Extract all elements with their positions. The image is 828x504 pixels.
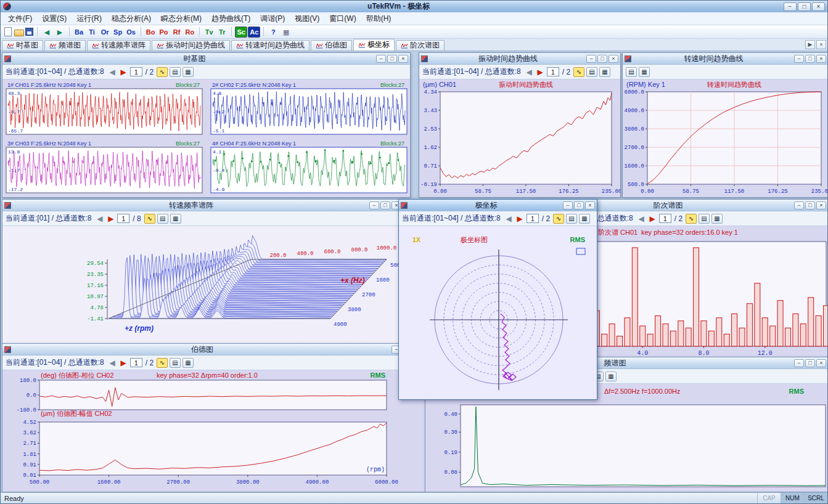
print-button[interactable]: ▤ bbox=[170, 358, 181, 368]
prev-page-button[interactable]: ◀ bbox=[637, 214, 646, 223]
tab-7[interactable]: 阶次谱图 bbox=[396, 40, 445, 51]
page-number-box[interactable]: 1 bbox=[117, 214, 129, 223]
next-page-button[interactable]: ▶ bbox=[648, 214, 657, 223]
next-page-button[interactable]: ▶ bbox=[515, 214, 525, 223]
prev-page-button[interactable]: ◀ bbox=[95, 214, 104, 223]
toolbar-button-Ba[interactable]: Ba bbox=[73, 26, 85, 38]
minimize-button[interactable]: − bbox=[784, 2, 797, 11]
minimize-button[interactable]: − bbox=[794, 201, 804, 209]
toolbar-button-Ac[interactable]: Ac bbox=[248, 26, 260, 38]
print-button[interactable]: ▤ bbox=[699, 214, 710, 224]
export-button[interactable]: ▦ bbox=[579, 214, 590, 224]
window-bode[interactable]: 伯德图−□× 当前通道:[01~04] / 总通道数:8◀▶1/ 2∿▤▦ (d… bbox=[2, 343, 426, 492]
timebase-titlebar[interactable]: 时基图−□× bbox=[2, 53, 410, 65]
next-page-button[interactable]: ▶ bbox=[536, 68, 545, 76]
toolbar-button-Tr[interactable]: Tr bbox=[216, 26, 228, 38]
waveform-toggle-button[interactable]: ∿ bbox=[157, 67, 168, 77]
minimize-button[interactable]: − bbox=[794, 55, 804, 63]
waveform-toggle-button[interactable]: ∿ bbox=[157, 358, 168, 368]
menu-item-3[interactable]: 稳态分析(A) bbox=[107, 12, 156, 25]
page-number-box[interactable]: 1 bbox=[130, 358, 142, 367]
maximize-button[interactable]: □ bbox=[380, 201, 390, 209]
maximize-button[interactable]: □ bbox=[805, 55, 815, 63]
polar-titlebar[interactable]: 极坐标−□× bbox=[399, 200, 597, 211]
toolbar-button-Sc[interactable]: Sc bbox=[235, 26, 247, 38]
waterfall-titlebar[interactable]: 转速频率谱阵−□× bbox=[2, 200, 403, 211]
menu-item-4[interactable]: 瞬态分析(M) bbox=[156, 12, 207, 25]
rpm-titlebar[interactable]: 转速时间趋势曲线−□× bbox=[623, 53, 828, 65]
tab-4[interactable]: 转速时间趋势曲线 bbox=[231, 40, 309, 51]
save-file-icon[interactable] bbox=[25, 28, 33, 36]
prev-page-button[interactable]: ◀ bbox=[108, 68, 117, 76]
waveform-toggle-button[interactable]: ∿ bbox=[553, 214, 564, 224]
close-button[interactable]: × bbox=[816, 55, 826, 63]
minimize-button[interactable]: − bbox=[586, 55, 596, 63]
maximize-button[interactable]: □ bbox=[387, 55, 397, 63]
waveform-toggle-button[interactable]: ∿ bbox=[573, 67, 584, 77]
menu-item-9[interactable]: 帮助(H) bbox=[361, 12, 396, 25]
export-button[interactable]: ▦ bbox=[605, 372, 617, 381]
menu-item-8[interactable]: 窗口(W) bbox=[324, 12, 361, 25]
minimize-button[interactable]: − bbox=[794, 359, 804, 367]
maximize-button[interactable]: □ bbox=[798, 2, 811, 11]
tab-5[interactable]: 伯德图 bbox=[311, 40, 352, 51]
minimize-button[interactable]: − bbox=[369, 201, 379, 209]
export-button[interactable]: ▦ bbox=[599, 67, 610, 77]
close-button[interactable]: × bbox=[812, 2, 825, 11]
export-button[interactable]: ▦ bbox=[182, 358, 194, 368]
close-button[interactable]: × bbox=[398, 55, 408, 63]
toolbar-button-Ti[interactable]: Ti bbox=[86, 26, 98, 38]
print-button[interactable]: ▤ bbox=[566, 214, 577, 224]
export-button[interactable]: ▦ bbox=[711, 214, 723, 224]
page-number-box[interactable]: 1 bbox=[130, 67, 142, 76]
maximize-button[interactable]: □ bbox=[805, 359, 815, 367]
next-page-button[interactable]: ▶ bbox=[119, 359, 128, 367]
toolbar-button-?[interactable]: ? bbox=[267, 26, 279, 38]
bode-titlebar[interactable]: 伯德图−□× bbox=[2, 344, 425, 356]
next-page-button[interactable]: ▶ bbox=[106, 214, 115, 223]
export-button[interactable]: ▦ bbox=[182, 67, 194, 77]
minimize-button[interactable]: − bbox=[563, 201, 573, 209]
tab-scroll-right[interactable]: ▶ bbox=[805, 40, 815, 49]
waveform-toggle-button[interactable]: ∿ bbox=[144, 214, 155, 224]
maximize-button[interactable]: □ bbox=[574, 201, 584, 209]
window-waterfall[interactable]: 转速频率谱阵−□× 当前通道:[01] / 总通道数:8◀▶1/ 8∿▤▦ 29… bbox=[2, 199, 404, 346]
toolbar-button-▦[interactable]: ▦ bbox=[280, 26, 292, 38]
prev-page-button[interactable]: ◀ bbox=[525, 68, 534, 76]
maximize-button[interactable]: □ bbox=[597, 55, 607, 63]
print-button[interactable]: ▤ bbox=[586, 67, 597, 77]
window-timebase[interactable]: 时基图−□× 当前通道:[01~04] / 总通道数:8◀▶1/ 2∿▤▦ 1#… bbox=[2, 52, 411, 198]
tab-close[interactable]: × bbox=[816, 40, 826, 49]
toolbar-button-Po[interactable]: Po bbox=[157, 26, 170, 38]
menu-item-5[interactable]: 趋势曲线(T) bbox=[207, 12, 255, 25]
tab-6[interactable]: 极坐标 bbox=[353, 39, 395, 51]
waveform-toggle-button[interactable]: ∿ bbox=[686, 214, 697, 224]
toolbar-button-Bo[interactable]: Bo bbox=[144, 26, 157, 38]
menu-item-0[interactable]: 文件(F) bbox=[3, 12, 37, 25]
close-button[interactable]: × bbox=[816, 201, 826, 209]
page-number-box[interactable]: 1 bbox=[527, 214, 539, 223]
toolbar-button-◀[interactable]: ◀ bbox=[41, 26, 53, 38]
export-button[interactable]: ▦ bbox=[639, 67, 650, 77]
toolbar-button-Os[interactable]: Os bbox=[125, 26, 137, 38]
next-page-button[interactable]: ▶ bbox=[119, 68, 128, 76]
vib-titlebar[interactable]: 振动时间趋势曲线−□× bbox=[419, 53, 620, 65]
toolbar-button-▶[interactable]: ▶ bbox=[54, 26, 66, 38]
tab-3[interactable]: 振动时间趋势曲线 bbox=[152, 40, 230, 51]
toolbar-button-Or[interactable]: Or bbox=[99, 26, 111, 38]
page-number-box[interactable]: 1 bbox=[547, 67, 559, 76]
open-file-icon[interactable] bbox=[14, 30, 24, 36]
menu-item-1[interactable]: 设置(S) bbox=[37, 12, 72, 25]
menu-item-7[interactable]: 视图(V) bbox=[290, 12, 324, 25]
menu-item-6[interactable]: 调谐(P) bbox=[255, 12, 290, 25]
tab-2[interactable]: 转速频率谱阵 bbox=[87, 40, 150, 51]
print-button[interactable]: ▤ bbox=[170, 67, 181, 77]
prev-page-button[interactable]: ◀ bbox=[108, 359, 117, 367]
tab-0[interactable]: 时基图 bbox=[2, 40, 43, 51]
toolbar-button-Tv[interactable]: Tv bbox=[203, 26, 215, 38]
close-button[interactable]: × bbox=[816, 359, 826, 367]
window-vibration-trend[interactable]: 振动时间趋势曲线−□× 当前通道:[01~04] / 总通道数:8◀▶1/ 2∿… bbox=[419, 52, 621, 198]
minimize-button[interactable]: − bbox=[376, 55, 386, 63]
close-button[interactable]: × bbox=[609, 55, 618, 63]
toolbar-button-Rf[interactable]: Rf bbox=[171, 26, 183, 38]
